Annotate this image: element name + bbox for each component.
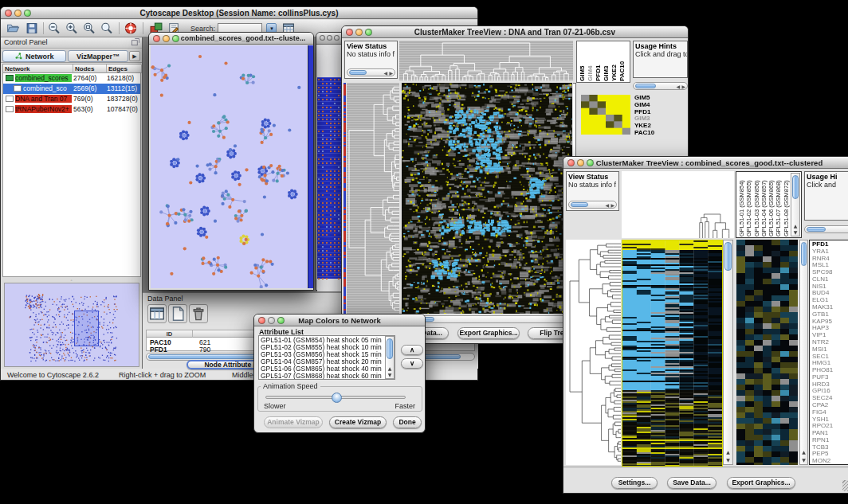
zoom-selected-icon[interactable] <box>100 21 114 35</box>
done-button[interactable]: Done <box>393 416 422 428</box>
column-label[interactable]: GPL51-08 (GSM872) <box>783 173 790 236</box>
save-session-icon[interactable] <box>25 21 39 35</box>
move-down-button[interactable]: ∨ <box>401 358 423 369</box>
column-label[interactable]: PFD1 <box>595 42 603 81</box>
scroll-up-icon[interactable]: ▲ <box>800 449 807 455</box>
help-lifesaver-icon[interactable] <box>124 21 138 35</box>
column-labels-scrollbar[interactable]: ▲ ▼ <box>791 173 800 236</box>
column-tree-canvas[interactable] <box>622 171 734 238</box>
attribute-list[interactable]: GPL51-01 (GSM854) heat shock 05 minGPL51… <box>258 335 395 380</box>
settings-button[interactable]: Settings... <box>611 477 658 489</box>
maximize-icon[interactable] <box>334 35 340 41</box>
move-up-button[interactable]: ∧ <box>401 345 423 355</box>
new-attribute-icon[interactable] <box>168 304 187 323</box>
open-session-icon[interactable] <box>6 21 20 35</box>
resize-grip[interactable] <box>842 480 848 491</box>
scroll-down-icon[interactable]: ▼ <box>724 457 732 463</box>
global-heatmap-canvas[interactable] <box>622 240 723 467</box>
usage-hints-scrollbar[interactable]: ◀ ▶ <box>633 82 688 90</box>
close-icon[interactable] <box>320 35 325 41</box>
export-graphics-button[interactable]: Export Graphics... <box>457 327 520 339</box>
zoom-heatmap-canvas[interactable] <box>581 95 630 135</box>
col-header-id[interactable]: ID <box>147 330 193 338</box>
column-label[interactable]: PAC10 <box>618 42 626 81</box>
scroll-right-icon[interactable]: ▶ <box>389 70 393 76</box>
close-icon[interactable] <box>5 10 12 17</box>
minimize-icon[interactable] <box>577 159 584 166</box>
dialog-titlebar[interactable]: Map Colors to Network <box>254 315 425 326</box>
scroll-up-icon[interactable]: ▲ <box>386 365 394 371</box>
minimize-icon[interactable] <box>14 10 22 17</box>
maximize-icon[interactable] <box>24 10 31 17</box>
global-heatmap-scrollbar[interactable]: ▲ ▼ <box>723 240 733 465</box>
column-label[interactable]: GPL51-03 (GSM856) <box>753 173 760 236</box>
scroll-right-icon[interactable]: ▶ <box>610 202 614 208</box>
float-panel-icon[interactable] <box>131 37 140 47</box>
column-dendrogram-canvas[interactable] <box>399 41 573 80</box>
treeview-combined-titlebar[interactable]: ClusterMaker TreeView : combined_scores_… <box>563 157 848 169</box>
column-label[interactable]: GIM3 <box>603 42 610 81</box>
view-status-scrollbar[interactable]: ◀ ▶ <box>347 68 395 76</box>
gene-list-item[interactable]: MON2 <box>810 458 848 465</box>
column-label[interactable]: GPL51-04 (GSM857) <box>760 173 768 236</box>
treeview-dna-titlebar[interactable]: ClusterMaker TreeView : DNA and Tran 07-… <box>342 26 688 38</box>
minimize-icon[interactable] <box>327 35 332 41</box>
zoom-fit-icon[interactable] <box>82 21 96 35</box>
column-label[interactable]: GPL51-01 (GSM854) <box>738 173 745 236</box>
network-view-canvas[interactable] <box>151 45 307 288</box>
attribute-list-scrollbar[interactable]: ▲ ▼ <box>385 336 395 379</box>
scroll-up-icon[interactable]: ▲ <box>724 449 732 455</box>
network-table-row[interactable]: combined_scores 2764(0) 16218(0) <box>3 73 140 84</box>
gene-list[interactable]: PFD1YRA1RNR4MSL1SPC98CLN1NIS1BUD4ELG1MAK… <box>809 240 848 465</box>
main-titlebar[interactable]: Cytoscape Desktop (Session Name: collins… <box>1 7 477 19</box>
maximize-icon[interactable] <box>587 159 594 166</box>
maximize-icon[interactable] <box>172 35 179 42</box>
row-dendrogram-canvas[interactable] <box>344 83 399 314</box>
scroll-up-icon[interactable]: ▲ <box>791 223 799 229</box>
row-dendrogram-canvas[interactable] <box>566 240 621 465</box>
tab-vizmapper[interactable]: VizMapper™ <box>68 50 128 62</box>
minimize-icon[interactable] <box>355 29 363 36</box>
delete-attribute-trash-icon[interactable] <box>189 304 208 323</box>
create-vizmap-button[interactable]: Create Vizmap <box>329 416 387 428</box>
zoom-heatmap-scrollbar[interactable]: ▲ ▼ <box>799 240 808 465</box>
zoom-in-icon[interactable] <box>65 21 79 35</box>
scroll-left-icon[interactable]: ◀ <box>676 84 680 89</box>
column-label[interactable]: YKE2 <box>610 42 618 81</box>
animation-speed-slider[interactable] <box>265 396 406 399</box>
close-icon[interactable] <box>258 317 265 324</box>
close-icon[interactable] <box>567 159 575 166</box>
zoom-out-icon[interactable] <box>47 21 61 35</box>
scroll-left-icon[interactable]: ◀ <box>383 70 387 76</box>
col-header-network[interactable]: Network <box>3 64 73 73</box>
column-label[interactable]: GPL51-06 (GSM865) <box>768 173 775 236</box>
scroll-down-icon[interactable]: ▼ <box>386 372 394 377</box>
zoom-heatmap-canvas[interactable] <box>736 240 798 465</box>
column-label[interactable]: GIM5 <box>579 42 587 81</box>
scroll-down-icon[interactable]: ▼ <box>800 457 807 463</box>
tab-overflow-button[interactable]: ▶ <box>129 51 140 61</box>
scroll-left-icon[interactable]: ◀ <box>605 202 609 208</box>
close-icon[interactable] <box>346 29 353 36</box>
network-overview-canvas[interactable] <box>6 284 138 365</box>
close-icon[interactable] <box>153 35 160 42</box>
col-header-edges[interactable]: Edges <box>107 64 142 73</box>
scroll-right-icon[interactable]: ▶ <box>681 84 685 89</box>
global-heatmap-canvas[interactable] <box>402 83 572 314</box>
save-data-button[interactable]: Save Data... <box>667 477 716 489</box>
network-scrollbar[interactable] <box>308 45 313 288</box>
network-table-row[interactable]: DNA and Tran 07 769(0) 183728(0) <box>3 94 140 104</box>
network-table-row[interactable]: combined_sco 2569(6) 13112(15) <box>3 84 140 94</box>
col-header-nodes[interactable]: Nodes <box>73 64 107 73</box>
animate-vizmap-button[interactable]: Animate Vizmap <box>264 416 323 428</box>
column-label[interactable]: GIM4 <box>587 42 595 81</box>
usage-hints-scrollbar[interactable] <box>804 225 848 233</box>
tab-network[interactable]: Network <box>2 50 66 62</box>
maximize-icon[interactable] <box>365 29 372 36</box>
scroll-down-icon[interactable]: ▼ <box>791 229 799 235</box>
attribute-item[interactable]: GPL51-07 (GSM868) heat shock 60 min <box>261 373 393 380</box>
network-window-titlebar[interactable]: combined_scores_good.txt--cluste... <box>149 33 313 45</box>
slider-thumb[interactable] <box>332 393 342 403</box>
maximize-icon[interactable] <box>277 317 285 324</box>
gene-label[interactable]: PAC10 <box>633 130 669 137</box>
